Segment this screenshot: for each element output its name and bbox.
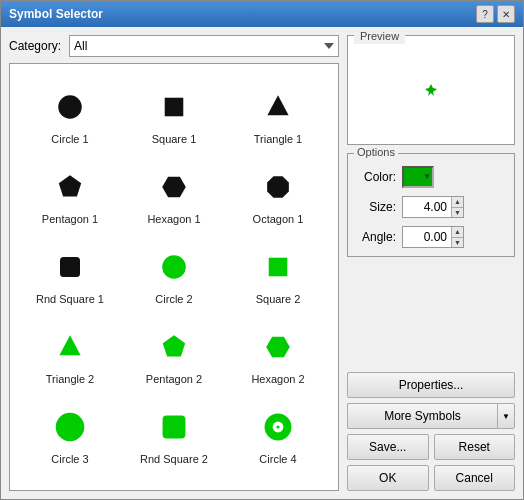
- ok-cancel-row: OK Cancel: [347, 465, 515, 491]
- symbol-label: Square 1: [152, 133, 197, 145]
- size-down-arrow[interactable]: ▼: [452, 208, 463, 218]
- size-row: Size: ▲ ▼: [356, 196, 506, 218]
- more-symbols-dropdown[interactable]: ▼: [497, 403, 515, 429]
- svg-point-12: [56, 413, 85, 442]
- size-input[interactable]: [403, 197, 451, 217]
- list-item[interactable]: Hexagon 2: [226, 312, 330, 392]
- more-symbols-button[interactable]: More Symbols: [347, 403, 497, 429]
- symbol-icon: [161, 85, 187, 129]
- list-item[interactable]: Pentagon 1: [18, 152, 122, 232]
- symbol-icon: [264, 85, 292, 129]
- svg-marker-11: [266, 337, 290, 357]
- svg-rect-6: [60, 257, 80, 277]
- symbol-label: Circle 1: [51, 133, 88, 145]
- list-item[interactable]: Square 1: [122, 72, 226, 152]
- svg-marker-10: [163, 335, 185, 356]
- angle-row: Angle: ▲ ▼: [356, 226, 506, 248]
- list-item[interactable]: Square 2: [226, 232, 330, 312]
- symbol-label: Pentagon 1: [42, 213, 98, 225]
- symbol-icon: [160, 325, 188, 369]
- list-item[interactable]: Circle 2: [122, 232, 226, 312]
- save-reset-row: Save... Reset: [347, 434, 515, 460]
- svg-marker-5: [267, 176, 289, 198]
- category-row: Category: All Basic Arrows Stars: [9, 35, 339, 57]
- preview-box: Preview: [347, 35, 515, 145]
- list-item[interactable]: Circle 4: [226, 392, 330, 472]
- angle-spin: ▲ ▼: [402, 226, 464, 248]
- category-select[interactable]: All Basic Arrows Stars: [69, 35, 339, 57]
- symbol-label: Square 2: [256, 293, 301, 305]
- list-item[interactable]: Triangle 2: [18, 312, 122, 392]
- title-bar-buttons: ? ✕: [476, 5, 515, 23]
- symbol-selector-window: Symbol Selector ? ✕ Category: All Basic …: [0, 0, 524, 500]
- symbol-label: Octagon 1: [253, 213, 304, 225]
- reset-button[interactable]: Reset: [434, 434, 516, 460]
- preview-symbol: [425, 84, 437, 96]
- symbol-icon: [264, 325, 292, 369]
- symbol-icon: [56, 165, 84, 209]
- preview-label: Preview: [354, 28, 405, 44]
- angle-spin-arrows: ▲ ▼: [451, 227, 463, 247]
- svg-rect-1: [165, 98, 184, 117]
- symbol-label: Rnd Square 1: [36, 293, 104, 305]
- left-panel: Category: All Basic Arrows Stars Circle …: [9, 35, 339, 491]
- svg-marker-3: [59, 175, 81, 196]
- symbol-grid-container[interactable]: Circle 1Square 1Triangle 1Pentagon 1Hexa…: [9, 63, 339, 491]
- size-spin: ▲ ▼: [402, 196, 464, 218]
- symbol-icon: [160, 165, 188, 209]
- angle-label: Angle:: [356, 230, 396, 244]
- size-up-arrow[interactable]: ▲: [452, 197, 463, 208]
- symbol-label: Hexagon 2: [251, 373, 304, 385]
- category-label: Category:: [9, 39, 61, 53]
- symbol-icon: [53, 405, 87, 449]
- properties-button[interactable]: Properties...: [347, 372, 515, 398]
- svg-point-0: [58, 95, 82, 119]
- list-item[interactable]: Octagon 1: [226, 152, 330, 232]
- right-panel: Preview Options Color: ▼ Size:: [347, 35, 515, 491]
- help-button[interactable]: ?: [476, 5, 494, 23]
- save-button[interactable]: Save...: [347, 434, 429, 460]
- options-label: Options: [354, 146, 398, 158]
- symbol-label: Rnd Square 2: [140, 453, 208, 465]
- color-button[interactable]: ▼: [402, 166, 434, 188]
- list-item[interactable]: Circle 3: [18, 392, 122, 472]
- list-item[interactable]: Circle 1: [18, 72, 122, 152]
- bottom-buttons: Properties... More Symbols ▼ Save... Res…: [347, 372, 515, 491]
- list-item[interactable]: Triangle 1: [226, 72, 330, 152]
- size-label: Size:: [356, 200, 396, 214]
- symbol-label: Hexagon 1: [147, 213, 200, 225]
- symbol-icon: [56, 325, 84, 369]
- symbol-icon: [160, 245, 188, 289]
- angle-down-arrow[interactable]: ▼: [452, 238, 463, 248]
- ok-button[interactable]: OK: [347, 465, 429, 491]
- more-symbols-row: More Symbols ▼: [347, 403, 515, 429]
- symbol-label: Circle 4: [259, 453, 296, 465]
- symbol-label: Triangle 1: [254, 133, 303, 145]
- options-box: Options Color: ▼ Size: ▲ ▼: [347, 153, 515, 257]
- svg-marker-9: [59, 335, 80, 355]
- svg-marker-2: [267, 95, 288, 115]
- angle-input[interactable]: [403, 227, 451, 247]
- cancel-button[interactable]: Cancel: [434, 465, 516, 491]
- symbol-icon: [56, 245, 84, 289]
- color-label: Color:: [356, 170, 396, 184]
- symbol-icon: [56, 85, 84, 129]
- list-item[interactable]: Pentagon 2: [122, 312, 226, 392]
- svg-rect-8: [269, 258, 288, 277]
- svg-point-7: [162, 255, 186, 279]
- svg-marker-17: [425, 84, 437, 96]
- symbol-icon: [158, 405, 190, 449]
- svg-marker-4: [162, 177, 186, 197]
- list-item[interactable]: Rnd Square 2: [122, 392, 226, 472]
- color-dropdown-arrow: ▼: [423, 173, 431, 181]
- symbol-label: Circle 2: [155, 293, 192, 305]
- list-item[interactable]: Hexagon 1: [122, 152, 226, 232]
- close-button[interactable]: ✕: [497, 5, 515, 23]
- symbol-icon: [265, 245, 291, 289]
- window-title: Symbol Selector: [9, 7, 103, 21]
- list-item[interactable]: Rnd Square 1: [18, 232, 122, 312]
- preview-content: [348, 36, 514, 144]
- color-row: Color: ▼: [356, 166, 506, 188]
- angle-up-arrow[interactable]: ▲: [452, 227, 463, 238]
- symbol-label: Circle 3: [51, 453, 88, 465]
